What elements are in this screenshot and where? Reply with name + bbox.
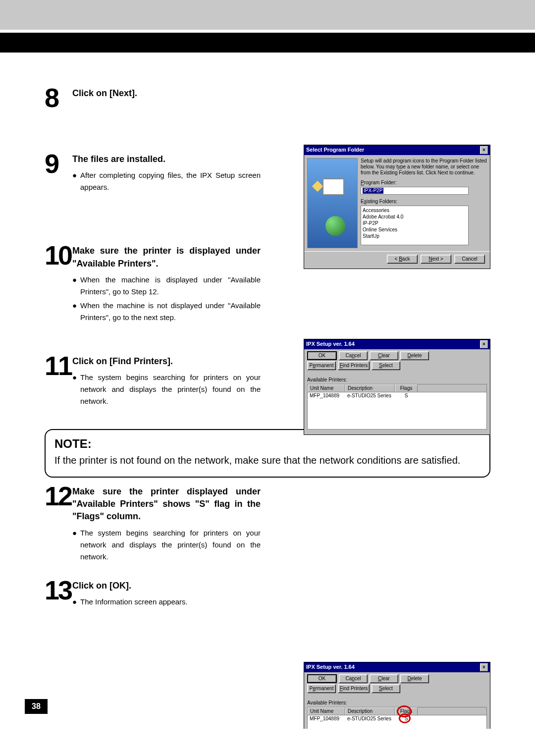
cell-unit-name: MFP_104889 [308, 716, 345, 722]
bullet-text: The Information screen appears. [80, 596, 261, 608]
bullet-text: When the machine is displayed under "Ava… [80, 274, 261, 298]
cell-description: e-STUDIO25 Series [345, 393, 395, 399]
available-printers-list[interactable]: Unit Name Description Flags MFP_104889 e… [307, 707, 487, 729]
red-highlight-flags-value [399, 713, 411, 723]
select-button[interactable]: Select [372, 361, 400, 370]
ok-button[interactable]: OK [307, 351, 337, 360]
bullet-icon: ● [72, 372, 80, 407]
dialog-title: IPX Setup ver. 1.64 [306, 341, 355, 347]
step-number: 13 [45, 580, 72, 601]
existing-folders-listbox[interactable]: Accessories Adobe Acrobat 4.0 IP-P2P Onl… [361, 206, 469, 245]
bullet-icon: ● [72, 596, 80, 608]
program-folder-label: rogram Folder: [364, 180, 397, 185]
bullet-text: After completing copying files, the IPX … [80, 169, 261, 193]
step-heading: Click on [Next]. [72, 87, 261, 100]
clear-button[interactable]: Clear [370, 674, 398, 683]
dialog-titlebar: Select Program Folder × [304, 145, 490, 155]
step-heading: The files are installed. [72, 153, 261, 165]
bullet-icon: ● [72, 300, 80, 324]
permanent-button[interactable]: Permanent [307, 684, 336, 693]
note-title: NOTE: [54, 437, 481, 451]
page-number: 38 [25, 699, 48, 714]
page-content: 8 Click on [Next]. 9 The files are insta… [0, 53, 535, 729]
available-printers-list[interactable]: Unit Name Description Flags MFP_104889 e… [307, 384, 487, 430]
step-number: 11 [45, 355, 72, 377]
step-12: 12 Make sure the printer displayed under… [45, 486, 490, 565]
cancel-button[interactable]: Cancel [339, 351, 368, 360]
bullet-text: The system begins searching for printers… [80, 372, 261, 407]
step-number: 12 [45, 486, 72, 507]
list-row[interactable]: MFP_104889 e-STUDIO25 Series S [308, 392, 486, 399]
close-icon[interactable]: × [480, 146, 488, 154]
list-row[interactable]: MFP_104889 e-STUDIO25 Series S [308, 715, 486, 722]
col-description[interactable]: Description [345, 384, 395, 392]
step-13: 13 Click on [OK]. ●The Information scree… [45, 580, 490, 610]
ok-button[interactable]: OK [307, 674, 337, 683]
close-icon[interactable]: × [480, 663, 488, 671]
program-folder-value: IPX-P2P [363, 188, 383, 194]
dialog-ipx-setup-2: IPX Setup ver. 1.64 × OK Cancel Clear De… [304, 662, 490, 729]
existing-folders-label: isting Folders: [367, 199, 397, 204]
dialog-ipx-setup-1: IPX Setup ver. 1.64 × OK Cancel Clear De… [304, 339, 490, 435]
col-unit-name[interactable]: Unit Name [308, 384, 345, 392]
bullet-text: The system begins searching for printers… [80, 527, 261, 563]
find-printers-button[interactable]: Find Printers [338, 684, 370, 693]
step-number: 9 [45, 153, 72, 174]
step-heading: Click on [Find Printers]. [72, 355, 261, 368]
dialog-title: Select Program Folder [306, 147, 364, 153]
list-item[interactable]: Online Services [363, 226, 467, 233]
select-button[interactable]: Select [372, 684, 400, 693]
note-box: NOTE: If the printer is not found on the… [45, 429, 490, 478]
find-printers-button[interactable]: Find Printers [338, 361, 370, 370]
available-printers-label: Available Printers: [307, 700, 487, 706]
step-heading: Make sure the printer displayed under "A… [72, 486, 261, 523]
cell-unit-name: MFP_104889 [308, 393, 345, 399]
delete-button[interactable]: Delete [400, 351, 429, 360]
col-unit-name[interactable]: Unit Name [308, 707, 345, 715]
step-8: 8 Click on [Next]. [45, 87, 490, 108]
dialog-titlebar: IPX Setup ver. 1.64 × [304, 339, 490, 349]
cancel-button[interactable]: Cancel [339, 674, 368, 683]
permanent-button[interactable]: Permanent [307, 361, 336, 370]
note-text: If the printer is not found on the netwo… [54, 453, 481, 468]
list-item[interactable]: Accessories [363, 207, 467, 214]
list-item[interactable]: StartUp [363, 233, 467, 239]
program-folder-input[interactable]: IPX-P2P [361, 187, 469, 195]
page-header-black [0, 33, 535, 53]
delete-button[interactable]: Delete [400, 674, 429, 683]
back-button[interactable]: < Back [387, 255, 418, 264]
dialog-titlebar: IPX Setup ver. 1.64 × [304, 662, 490, 672]
step-number: 10 [45, 245, 72, 266]
list-item[interactable]: Adobe Acrobat 4.0 [363, 214, 467, 220]
bullet-icon: ● [72, 527, 80, 563]
bullet-text: When the machine is not displayed under … [80, 300, 261, 324]
step-heading: Click on [OK]. [72, 580, 261, 592]
step-number: 8 [45, 87, 72, 108]
dialog-setup-icon [307, 158, 358, 248]
col-flags[interactable]: Flags [395, 384, 418, 392]
bullet-icon: ● [72, 274, 80, 298]
list-item[interactable]: IP-P2P [363, 220, 467, 226]
next-button[interactable]: Next > [421, 255, 451, 264]
cell-description: e-STUDIO25 Series [345, 716, 395, 722]
cancel-button[interactable]: Cancel [454, 255, 485, 264]
dialog-intro-text: Setup will add program icons to the Prog… [361, 158, 487, 176]
bullet-icon: ● [72, 169, 80, 193]
list-header: Unit Name Description Flags [308, 384, 486, 392]
page-header-gray [0, 0, 535, 30]
dialog-title: IPX Setup ver. 1.64 [306, 664, 355, 670]
dialog-select-program-folder: Select Program Folder × Setup will add p… [304, 145, 490, 269]
clear-button[interactable]: Clear [370, 351, 398, 360]
cell-flags: S [395, 393, 418, 399]
available-printers-label: Available Printers: [307, 377, 487, 383]
close-icon[interactable]: × [480, 340, 488, 348]
col-description[interactable]: Description [345, 707, 395, 715]
steps-area-2: 12 Make sure the printer displayed under… [25, 486, 510, 610]
step-heading: Make sure the printer is displayed under… [72, 245, 261, 270]
